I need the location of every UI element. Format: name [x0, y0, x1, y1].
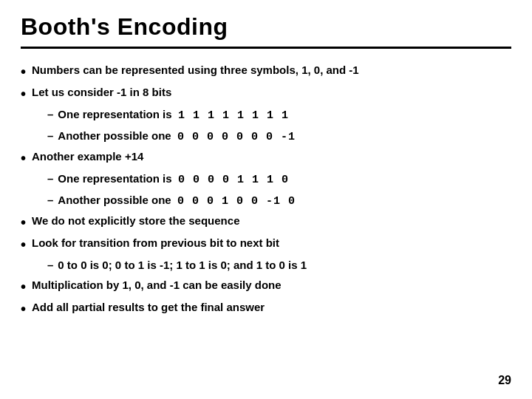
- sub-item-3: – One representation is 0 0 0 0 1 1 1 0: [47, 171, 511, 189]
- bullet-6: • Multiplication by 1, 0, and -1 can be …: [21, 277, 511, 296]
- sub-item-2: – Another possible one 0 0 0 0 0 0 0 -1: [47, 128, 511, 146]
- slide: Booth's Encoding • Numbers can be repres…: [0, 0, 532, 399]
- title-area: Booth's Encoding: [21, 13, 511, 49]
- dash-3: –: [47, 171, 53, 188]
- bullet-dot-5: •: [21, 235, 26, 254]
- sub-item-1: – One representation is 1 1 1 1 1 1 1 1: [47, 106, 511, 125]
- bullet-dot-4: •: [21, 213, 26, 232]
- bullet-text-3: Another example +14: [32, 149, 511, 166]
- dash-2: –: [47, 128, 53, 145]
- sub-item-4: – Another possible one 0 0 0 1 0 0 -1 0: [47, 192, 511, 211]
- bullet-dot-7: •: [21, 299, 26, 318]
- dash-4: –: [47, 192, 53, 209]
- bullet-dot-2: •: [21, 84, 26, 103]
- bullet-text-4: We do not explicitly store the sequence: [32, 213, 511, 230]
- bullet-5: • Look for transition from previous bit …: [21, 235, 511, 254]
- bullet-7: • Add all partial results to get the fin…: [21, 299, 511, 318]
- bullet-text-2: Let us consider -1 in 8 bits: [32, 84, 511, 101]
- bullet-3: • Another example +14: [21, 149, 511, 168]
- bullet-dot-3: •: [21, 149, 26, 168]
- bullet-4: • We do not explicitly store the sequenc…: [21, 213, 511, 232]
- dash-1: –: [47, 106, 53, 123]
- bullet-2: • Let us consider -1 in 8 bits: [21, 84, 511, 103]
- sub-text-1: One representation is 1 1 1 1 1 1 1 1: [58, 106, 289, 125]
- dash-5: –: [47, 257, 53, 274]
- bullet-text-5: Look for transition from previous bit to…: [32, 235, 511, 252]
- bullet-dot-1: •: [21, 62, 26, 81]
- slide-title: Booth's Encoding: [21, 13, 511, 41]
- sub-text-2: Another possible one 0 0 0 0 0 0 0 -1: [58, 128, 296, 146]
- sub-text-3: One representation is 0 0 0 0 1 1 1 0: [58, 171, 289, 189]
- bullet-1: • Numbers can be represented using three…: [21, 62, 511, 81]
- sub-text-5: 0 to 0 is 0; 0 to 1 is -1; 1 to 1 is 0; …: [58, 257, 307, 274]
- bullet-text-6: Multiplication by 1, 0, and -1 can be ea…: [32, 277, 511, 294]
- page-number: 29: [498, 374, 511, 387]
- bullet-text-7: Add all partial results to get the final…: [32, 299, 511, 316]
- bullet-dot-6: •: [21, 277, 26, 296]
- bullet-text-1: Numbers can be represented using three s…: [32, 62, 511, 79]
- sub-text-4: Another possible one 0 0 0 1 0 0 -1 0: [58, 192, 296, 211]
- content-area: • Numbers can be represented using three…: [21, 62, 511, 386]
- sub-item-5: – 0 to 0 is 0; 0 to 1 is -1; 1 to 1 is 0…: [47, 257, 511, 274]
